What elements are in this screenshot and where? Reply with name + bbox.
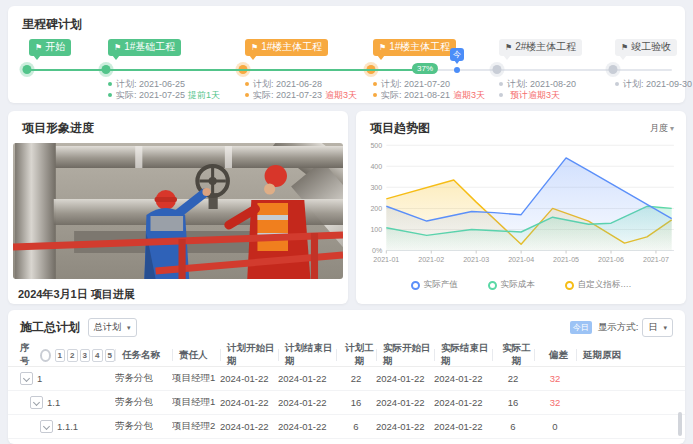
milestone-dates: 计划: 2021-07-20实际: 2021-08-21逾期3天 — [373, 79, 485, 101]
table-row[interactable]: 1.1.1劳务分包项目经理22024-01-222024-01-2262024-… — [8, 415, 685, 439]
milestone-label: 1#楼主体工程 — [389, 41, 450, 52]
column-header[interactable]: 计划工期 — [336, 349, 376, 361]
table-cell: 劳务分包 — [115, 420, 172, 433]
column-header[interactable]: 计划结束日期 — [278, 349, 336, 361]
display-mode-label: 显示方式: — [598, 321, 639, 334]
legend-label: 实际成本 — [501, 279, 535, 291]
expand-toggle[interactable] — [40, 420, 53, 433]
milestone-dot — [493, 65, 502, 74]
milestone-badge[interactable]: ⚑1#基础工程 — [108, 39, 181, 56]
progress-photo-illustration — [13, 143, 343, 279]
milestone-dates: 计划: 2021-06-25实际: 2021-07-25提前1天 — [108, 79, 220, 101]
svg-text:2021-05: 2021-05 — [553, 256, 579, 264]
table-cell: 劳务分包 — [115, 372, 172, 385]
level-button[interactable]: 5 — [105, 349, 115, 362]
trend-chart-panel: 项目趋势图 月度▾ 5004003002001000%2021-012021-0… — [356, 111, 686, 304]
table-cell: 16 — [336, 397, 376, 408]
table-row[interactable]: 1.1劳务分包项目经理12024-01-222024-01-22162024-0… — [8, 391, 685, 415]
table-row[interactable]: 1劳务分包项目经理12024-01-222024-01-22222024-01-… — [8, 367, 685, 391]
milestone-badge[interactable]: ⚑开始 — [29, 39, 71, 56]
legend-item[interactable]: 实际成本 — [488, 279, 535, 291]
column-header[interactable]: 计划开始日期 — [220, 349, 278, 361]
column-header[interactable]: 实际结束日期 — [434, 349, 492, 361]
table-cell: 2024-01-22 — [220, 421, 278, 432]
trend-chart: 5004003002001000%2021-012021-022021-0320… — [362, 139, 682, 281]
svg-text:0%: 0% — [372, 247, 383, 255]
chart-range-select[interactable]: 月度▾ — [650, 122, 674, 135]
level-button[interactable]: 2 — [67, 349, 77, 362]
gear-icon[interactable] — [40, 349, 51, 362]
svg-text:2021-07: 2021-07 — [643, 256, 669, 264]
column-header[interactable]: 实际开始日期 — [376, 349, 434, 361]
milestone-plan-panel: 里程碑计划 ⚑开始⚑1#基础工程计划: 2021-06-25实际: 2021-0… — [8, 6, 685, 103]
column-header[interactable]: 责任人 — [172, 349, 220, 361]
milestone-dates: 计划: 2021-08-20预计逾期3天 — [499, 79, 576, 101]
legend-label: 自定义指标…. — [578, 279, 631, 291]
legend-marker-icon — [411, 281, 420, 290]
flag-icon: ⚑ — [379, 43, 386, 52]
display-mode-value: 日 — [648, 321, 657, 334]
table-cell: 16 — [492, 397, 534, 408]
legend-marker-icon — [565, 281, 574, 290]
column-header[interactable]: 实际工期 — [492, 349, 534, 361]
expand-toggle[interactable] — [30, 396, 43, 409]
today-badge[interactable]: 今日 — [570, 321, 592, 334]
milestone-badge[interactable]: ⚑1#楼主体工程 — [373, 39, 456, 56]
level-button[interactable]: 4 — [92, 349, 102, 362]
flag-icon: ⚑ — [251, 43, 258, 52]
table-row[interactable]: 1.1.2劳务分包项目经理32024-01-222024-01-2252024-… — [8, 439, 685, 444]
milestone-badge[interactable]: ⚑1#楼主体工程 — [245, 39, 328, 56]
svg-text:2021-01: 2021-01 — [373, 256, 399, 264]
flag-icon: ⚑ — [505, 43, 512, 52]
deviation-cell: 0 — [534, 421, 576, 432]
svg-text:200: 200 — [370, 205, 382, 213]
plan-type-select[interactable]: 总计划▾ — [88, 318, 137, 337]
table-cell: 6 — [492, 421, 534, 432]
level-button[interactable]: 1 — [55, 349, 65, 362]
milestone-dot — [609, 65, 618, 74]
progress-photo — [13, 143, 343, 279]
svg-text:2021-02: 2021-02 — [418, 256, 444, 264]
level-button[interactable]: 3 — [80, 349, 90, 362]
table-cell: 2024-01-22 — [278, 373, 336, 384]
milestone-dates: 计划: 2021-06-28实际: 2021-07-23逾期3天 — [245, 79, 357, 101]
chevron-down-icon: ▾ — [670, 124, 674, 133]
milestone-label: 竣工验收 — [631, 41, 671, 52]
chart-range-value: 月度 — [650, 123, 668, 133]
column-header[interactable]: 延期原因 — [576, 349, 673, 361]
svg-text:2021-06: 2021-06 — [598, 256, 624, 264]
table-cell: 项目经理1 — [172, 396, 220, 409]
today-flag: 今 — [450, 48, 464, 61]
legend-item[interactable]: 自定义指标…. — [565, 279, 631, 291]
svg-text:300: 300 — [370, 184, 382, 192]
trend-chart-title: 项目趋势图 — [370, 120, 430, 137]
progress-pill: 37% — [412, 63, 438, 74]
milestone-badge[interactable]: ⚑竣工验收 — [615, 39, 677, 56]
project-progress-panel: 项目形象进度 — [8, 111, 348, 304]
svg-text:2021-04: 2021-04 — [508, 256, 534, 264]
display-mode-select[interactable]: 日▾ — [642, 318, 673, 337]
column-header[interactable]: 任务名称 — [115, 349, 172, 361]
column-header[interactable]: 偏差 — [534, 349, 576, 361]
table-cell: 22 — [336, 373, 376, 384]
column-header[interactable]: 序号12345 — [20, 349, 115, 361]
legend-label: 实际产值 — [424, 279, 458, 291]
table-cell: 22 — [492, 373, 534, 384]
photo-caption: 2024年3月1日 项目进展 — [8, 279, 348, 302]
legend-marker-icon — [488, 281, 497, 290]
milestone-label: 2#楼主体工程 — [515, 41, 576, 52]
table-scrollbar[interactable] — [678, 412, 682, 436]
today-dot — [454, 67, 460, 73]
table-cell: 项目经理2 — [172, 420, 220, 433]
table-cell: 项目经理1 — [172, 372, 220, 385]
trend-chart-svg: 5004003002001000%2021-012021-022021-0320… — [362, 139, 680, 277]
milestone-badge[interactable]: ⚑2#楼主体工程 — [499, 39, 582, 56]
project-progress-title: 项目形象进度 — [8, 111, 348, 143]
milestone-dates: 计划: 2021-09-30 — [615, 79, 692, 90]
milestone-label: 1#基础工程 — [124, 41, 175, 52]
table-cell: 2024-01-22 — [376, 421, 434, 432]
legend-item[interactable]: 实际产值 — [411, 279, 458, 291]
expand-toggle[interactable] — [20, 372, 33, 385]
construction-plan-panel: 施工总计划 总计划▾ 今日 显示方式: 日▾ 序号12345任务名称责任人计划开… — [8, 310, 685, 444]
milestone-label: 开始 — [45, 41, 65, 52]
